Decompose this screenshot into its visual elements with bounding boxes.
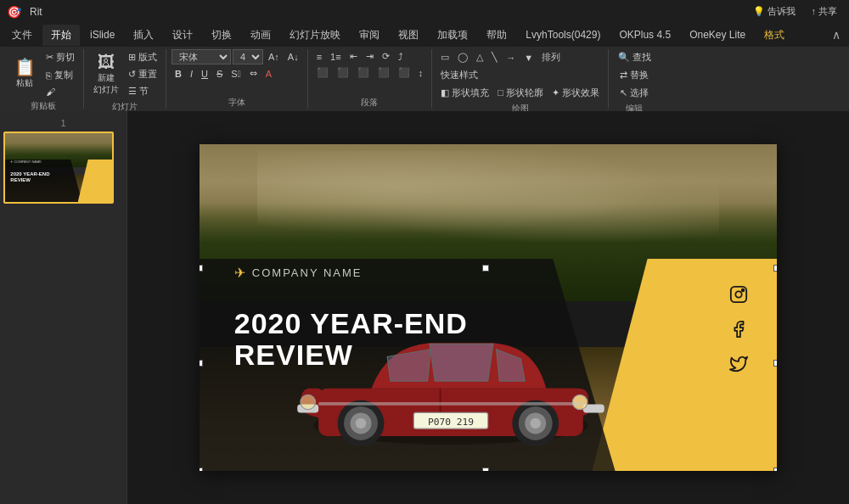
app-icon: 🎯 [7,5,21,19]
text-direction-button[interactable]: ⟳ [379,49,393,64]
tab-view[interactable]: 视图 [390,25,427,46]
numbering-button[interactable]: 1≡ [327,50,345,64]
smartart-button[interactable]: ⤴ [395,50,407,64]
select-icon: ↖ [620,87,627,98]
paste-icon: 📋 [14,59,36,76]
title-line1: 2020 YEAR-END [234,308,468,339]
decrease-font-button[interactable]: A↓ [284,50,302,64]
tab-design[interactable]: 设计 [164,25,201,46]
handle-mr [773,360,777,367]
bold-button[interactable]: B [171,67,185,81]
find-button[interactable]: 🔍 查找 [615,49,655,65]
justify-button[interactable]: ⬛ [374,65,393,80]
increase-font-button[interactable]: A↑ [265,50,283,64]
shape-effects-button[interactable]: ✦ 形状效果 [548,85,603,101]
ribbon-group-slides: 🖼 新建 幻灯片 ⊞ 版式 ↺ 重置 ☰ 节 幻灯片 [84,49,166,109]
shape-arrow[interactable]: → [503,51,519,64]
company-icon: ✈ [234,265,245,281]
font-label: 字体 [228,97,245,109]
replace-icon: ⇄ [620,70,627,81]
shape-rect[interactable]: ▭ [437,50,453,64]
tab-home[interactable]: 开始 [42,25,80,46]
shape-fill-button[interactable]: ◧ 形状填充 [437,85,492,101]
copy-icon: ⎘ [46,70,52,81]
handle-ml [200,360,203,367]
columns-button[interactable]: ⬛ [395,65,413,80]
cut-button[interactable]: ✂ 剪切 [42,49,78,65]
font-size-select[interactable]: 44 [233,49,263,64]
spacing-button[interactable]: ⇔ [246,66,261,81]
tab-addins[interactable]: 加载项 [429,25,476,46]
cloud-layer [257,151,719,243]
svg-point-20 [742,288,745,291]
align-left-button[interactable]: ⬛ [313,65,332,80]
select-button[interactable]: ↖ 选择 [616,85,652,101]
cut-icon: ✂ [46,52,53,63]
shape-outline-button[interactable]: □ 形状轮廓 [494,85,547,101]
new-slide-button[interactable]: 🖼 新建 幻灯片 [89,51,123,98]
font-family-select[interactable]: 宋体 [171,49,231,64]
handle-tl [200,265,203,272]
title-bar: 🎯 Rit 💡 告诉我 ↑ 共享 [0,0,849,23]
section-button[interactable]: ☰ 节 [125,83,160,99]
slide-thumbnail[interactable]: 2020 YEAR-ENDREVIEW ✈ COMPANY NAME [3,132,114,204]
quick-styles-button[interactable]: 快速样式 [437,67,481,83]
svg-point-8 [356,418,366,428]
ribbon-group-paragraph: ≡ 1≡ ⇤ ⇥ ⟳ ⤴ ⬛ ⬛ ⬛ ⬛ ⬛ ↕ 段落 [308,49,433,109]
copy-button[interactable]: ⎘ 复制 [42,67,78,83]
underline-button[interactable]: U [198,67,211,81]
shape-ellipse[interactable]: ◯ [454,50,471,64]
tab-onekey[interactable]: OneKey Lite [681,25,754,44]
paste-button[interactable]: 📋 粘贴 [8,56,41,92]
tab-lvyhtools[interactable]: LvyhTools(0429) [517,25,609,44]
italic-button[interactable]: I [187,67,196,81]
format-painter-button[interactable]: 🖌 [42,85,78,98]
tab-format[interactable]: 格式 [756,25,793,46]
share-button[interactable]: ↑ 共享 [806,3,842,20]
ribbon-tabs: 文件 开始 iSlide 插入 设计 切换 动画 幻灯片放映 审阅 视图 加载项… [0,23,849,47]
slide-canvas[interactable]: ✈ COMPANY NAME 2020 YEAR-END REVIEW [200,144,777,471]
slide-panel: 1 2020 YEAR-ENDREVIEW ✈ COMPANY NAME [0,111,127,504]
font-color-button[interactable]: A [262,67,275,81]
align-right-button[interactable]: ⬛ [354,65,373,80]
shapes-more[interactable]: ▼ [520,51,537,64]
decrease-indent-button[interactable]: ⇤ [346,49,361,64]
reset-button[interactable]: ↺ 重置 [125,66,160,82]
bullets-button[interactable]: ≡ [313,50,325,64]
layout-icon: ⊞ [128,52,136,63]
ribbon-group-editing: 🔍 查找 ⇄ 替换 ↖ 选择 编辑 [609,49,660,109]
tab-transition[interactable]: 切换 [203,25,240,46]
shape-triangle[interactable]: △ [473,50,486,64]
tab-review[interactable]: 审阅 [351,25,388,46]
find-icon: 🔍 [618,52,630,63]
tab-animation[interactable]: 动画 [242,25,279,46]
tab-help[interactable]: 帮助 [478,25,515,46]
tab-file[interactable]: 文件 [3,25,41,46]
increase-indent-button[interactable]: ⇥ [363,49,377,64]
tab-okplus[interactable]: OKPlus 4.5 [610,25,679,44]
ribbon-content: 📋 粘贴 ✂ 剪切 ⎘ 复制 🖌 剪贴板 🖼 [0,47,849,111]
slide-social-icons [729,285,748,378]
tab-insert[interactable]: 插入 [125,25,162,46]
collapse-ribbon[interactable]: ∧ [827,26,846,43]
shape-line[interactable]: ╲ [488,50,501,64]
title-line2: REVIEW [234,339,468,371]
shadow-button[interactable]: S⃣ [228,67,244,81]
slide-number: 1 [3,118,123,128]
arrange-button[interactable]: 排列 [538,49,564,65]
tell-me-icon[interactable]: 💡 告诉我 [748,3,801,20]
ribbon-group-font: 宋体 44 A↑ A↓ B I U S S⃣ ⇔ A 字体 [166,49,308,109]
strikethrough-button[interactable]: S [213,67,226,81]
handle-bm [482,468,489,471]
line-spacing-button[interactable]: ↕ [415,66,427,80]
svg-point-19 [735,291,741,297]
tab-slideshow[interactable]: 幻灯片放映 [281,25,349,46]
handle-bl [200,468,203,471]
replace-button[interactable]: ⇄ 替换 [616,67,652,83]
twitter-icon [729,355,748,378]
main-area: 1 2020 YEAR-ENDREVIEW ✈ COMPANY NAME [0,111,849,504]
tab-islide[interactable]: iSlide [82,25,123,44]
new-slide-label: 新建 幻灯片 [93,72,119,96]
layout-button[interactable]: ⊞ 版式 [125,49,160,65]
align-center-button[interactable]: ⬛ [334,65,352,80]
